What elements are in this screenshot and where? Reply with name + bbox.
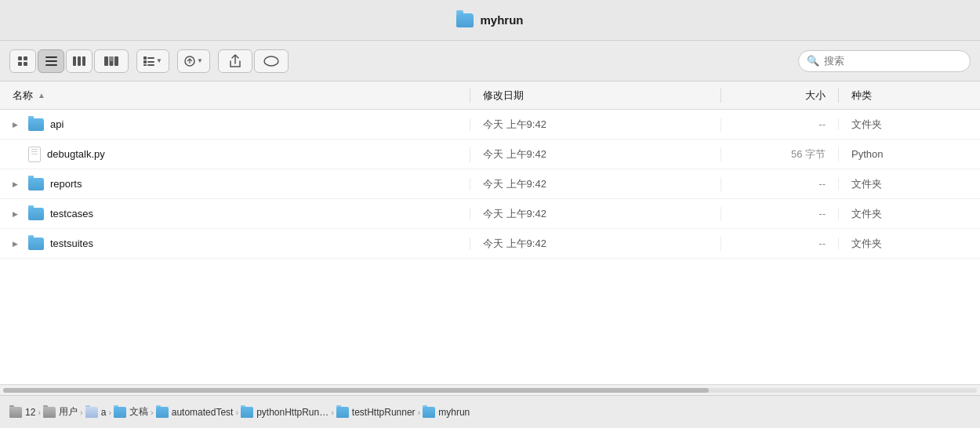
file-name-cell: ▶ testsuites	[0, 238, 470, 250]
file-date-cell: 今天 上午9:42	[470, 118, 721, 132]
expand-arrow-icon: ▶	[13, 121, 22, 129]
breadcrumb-label: 用户	[59, 405, 78, 419]
share-button[interactable]	[218, 49, 252, 73]
file-size-cell: --	[721, 238, 839, 249]
view-mode-group	[9, 49, 129, 73]
breadcrumb-item[interactable]: 文稿	[114, 405, 148, 419]
breadcrumb-icon	[114, 407, 126, 418]
file-name-label: testcases	[50, 208, 93, 219]
svg-rect-6	[45, 64, 57, 66]
search-bar[interactable]: 🔍	[798, 50, 971, 72]
col-header-type[interactable]: 种类	[839, 89, 980, 103]
horizontal-scrollbar[interactable]	[0, 384, 980, 395]
file-date-cell: 今天 上午9:42	[470, 237, 721, 251]
svg-rect-16	[147, 57, 154, 59]
title-folder-icon	[456, 13, 474, 27]
file-type-cell: 文件夹	[839, 177, 980, 191]
column-headers: 名称 ▲ 修改日期 大小 种类	[0, 82, 980, 110]
breadcrumb-item[interactable]: automatedTest	[156, 407, 234, 418]
breadcrumb-label: pythonHttpRun…	[256, 407, 328, 418]
breadcrumb-icon	[336, 407, 349, 418]
view-gallery-button[interactable]	[94, 49, 129, 73]
table-row[interactable]: ▶ testsuites 今天 上午9:42 -- 文件夹	[0, 229, 980, 259]
breadcrumb-icon	[9, 407, 22, 418]
status-bar: 12›用户›a›文稿›automatedTest›pythonHttpRun…›…	[0, 395, 980, 428]
file-type-cell: 文件夹	[839, 207, 980, 221]
search-icon: 🔍	[807, 55, 819, 67]
svg-rect-13	[110, 56, 114, 61]
svg-rect-2	[18, 62, 22, 66]
file-name-cell: ▶ debugtalk.py	[0, 147, 470, 162]
svg-rect-12	[114, 56, 118, 66]
groupby-group: ▼	[136, 49, 169, 73]
breadcrumb-item[interactable]: myhrun	[423, 407, 470, 418]
table-row[interactable]: ▶ reports 今天 上午9:42 -- 文件夹	[0, 169, 980, 199]
col-header-size[interactable]: 大小	[721, 89, 839, 103]
col-header-name[interactable]: 名称 ▲	[0, 89, 470, 103]
sort-chevron: ▼	[197, 57, 203, 64]
scrollbar-track	[3, 388, 977, 393]
breadcrumb-item[interactable]: 用户	[43, 405, 78, 419]
folder-icon	[28, 208, 44, 220]
search-input[interactable]	[824, 55, 949, 67]
svg-rect-7	[73, 56, 76, 66]
breadcrumb-icon	[241, 407, 253, 418]
svg-rect-10	[104, 56, 108, 66]
table-row[interactable]: ▶ testcases 今天 上午9:42 -- 文件夹	[0, 199, 980, 229]
file-size-cell: --	[721, 208, 839, 219]
folder-icon	[28, 178, 44, 190]
file-icon	[28, 147, 41, 162]
file-type-cell: 文件夹	[839, 237, 980, 251]
svg-rect-0	[18, 56, 22, 60]
svg-rect-18	[143, 64, 147, 66]
scrollbar-thumb[interactable]	[3, 388, 709, 393]
svg-rect-14	[143, 56, 147, 60]
file-date-cell: 今天 上午9:42	[470, 177, 721, 191]
breadcrumb-label: 12	[25, 407, 35, 418]
folder-icon	[28, 118, 44, 131]
col-header-date[interactable]: 修改日期	[470, 89, 721, 103]
folder-icon	[28, 238, 44, 250]
table-row[interactable]: ▶ api 今天 上午9:42 -- 文件夹	[0, 110, 980, 140]
view-columns-button[interactable]	[66, 49, 93, 73]
file-name-label: reports	[50, 178, 82, 190]
view-grid-button[interactable]	[9, 49, 36, 73]
file-size-cell: --	[721, 118, 839, 130]
breadcrumb-icon	[43, 407, 56, 418]
breadcrumb-icon	[423, 407, 435, 418]
svg-rect-9	[82, 56, 85, 66]
svg-rect-15	[143, 60, 147, 63]
breadcrumb-separator: ›	[108, 408, 111, 417]
sort-button[interactable]: ▼	[177, 49, 210, 73]
breadcrumb-item[interactable]: a	[85, 407, 107, 418]
expand-arrow-icon: ▶	[13, 240, 22, 248]
view-list-button[interactable]	[38, 49, 64, 73]
breadcrumb-separator: ›	[38, 408, 41, 417]
breadcrumb-item[interactable]: 12	[9, 407, 35, 418]
breadcrumb-icon	[85, 407, 98, 418]
breadcrumb-separator: ›	[418, 408, 421, 417]
file-name-cell: ▶ api	[0, 118, 470, 131]
file-date-cell: 今天 上午9:42	[470, 207, 721, 221]
file-type-cell: 文件夹	[839, 118, 980, 132]
file-type-cell: Python	[839, 148, 980, 160]
expand-arrow-icon: ▶	[13, 210, 22, 218]
groupby-button[interactable]: ▼	[136, 49, 169, 73]
file-name-label: testsuites	[50, 238, 93, 249]
svg-rect-19	[147, 64, 154, 66]
title-bar: myhrun	[0, 0, 980, 41]
svg-rect-17	[147, 61, 154, 63]
file-date-cell: 今天 上午9:42	[470, 147, 721, 161]
breadcrumb-item[interactable]: pythonHttpRun…	[241, 407, 328, 418]
breadcrumb-separator: ›	[331, 408, 334, 417]
table-row[interactable]: ▶ debugtalk.py 今天 上午9:42 56 字节 Python	[0, 140, 980, 169]
breadcrumb-separator: ›	[151, 408, 154, 417]
breadcrumb-label: myhrun	[438, 407, 470, 418]
tag-button[interactable]	[254, 49, 289, 73]
svg-rect-1	[24, 56, 27, 60]
action-group: ▼	[177, 49, 210, 73]
svg-rect-4	[45, 56, 57, 58]
file-size-cell: --	[721, 178, 839, 190]
breadcrumb-item[interactable]: testHttpRunner	[336, 407, 416, 418]
groupby-chevron: ▼	[156, 57, 162, 64]
